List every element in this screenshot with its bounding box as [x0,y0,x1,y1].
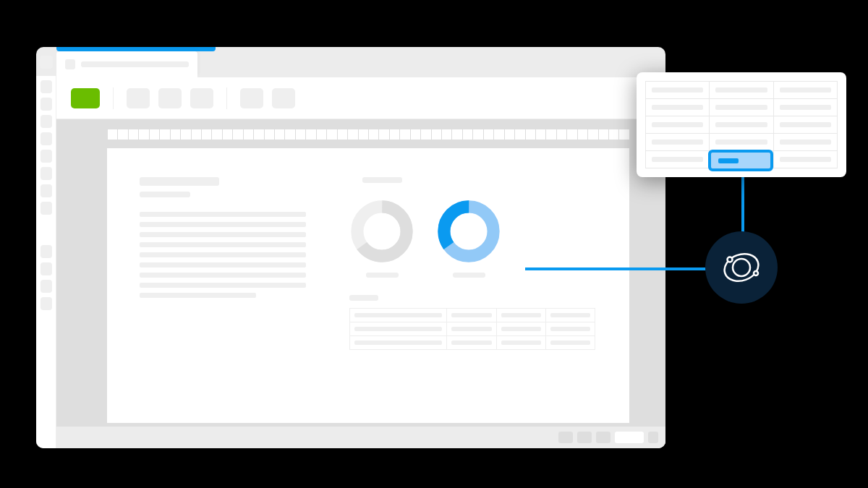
toolbar [56,77,665,119]
sidebar-tool-10[interactable] [41,262,52,275]
sidebar-tool-12[interactable] [41,297,52,310]
table-row [350,336,595,349]
table-row [646,99,838,116]
sidebar-tool-5[interactable] [41,150,52,163]
tab-title [81,61,189,67]
canvas-area [56,119,665,427]
svg-point-6 [728,257,733,262]
donut-chart-2[interactable] [436,199,501,264]
doc-table[interactable] [349,308,595,350]
charts-column [349,177,595,350]
table-row [646,116,838,134]
main-area [56,77,665,448]
zoom-arrow-icon[interactable] [648,432,658,443]
chart-1-label [366,273,399,278]
data-link-badge [705,231,778,304]
status-bar [56,427,665,448]
sidebar-tool-2[interactable] [41,98,52,111]
toolbar-divider [226,87,227,109]
table-row [646,82,838,99]
doc-paragraph [140,212,306,298]
status-view-3[interactable] [596,432,610,443]
chart-2-label [453,273,485,278]
donut-chart-1[interactable] [349,199,414,264]
zoom-control[interactable] [615,432,644,443]
document-page[interactable] [107,148,629,423]
tool-button-active[interactable] [71,88,100,108]
data-source-panel[interactable] [637,72,846,177]
toolbar-divider [113,87,114,109]
document-tab[interactable] [56,51,197,77]
sidebar-tool-9[interactable] [41,245,52,258]
table-row [350,309,595,322]
linked-cell-value [718,158,739,163]
doc-subtitle [140,192,190,197]
orbit-icon [720,246,763,289]
tool-button-3[interactable] [158,88,182,108]
app-window [36,47,665,448]
chart-group-1 [349,177,414,278]
text-column [140,177,306,298]
svg-point-5 [720,249,762,286]
svg-point-4 [733,259,750,276]
status-view-1[interactable] [558,432,573,443]
tool-button-6[interactable] [272,88,295,108]
sidebar-tool-3[interactable] [41,115,52,128]
svg-point-7 [754,271,758,275]
table-section-label [349,295,378,301]
sidebar-tool-6[interactable] [41,167,52,180]
status-view-2[interactable] [577,432,592,443]
app-menu-icon[interactable] [40,56,53,69]
sidebar [36,76,56,448]
table-row [350,322,595,336]
chart-1-title [362,177,402,183]
tool-button-2[interactable] [127,88,150,108]
chart-group-2 [436,177,501,278]
linked-cell-highlight[interactable] [708,150,773,171]
sidebar-tool-1[interactable] [41,80,52,93]
doc-title [140,177,219,186]
tab-doc-icon [65,59,75,69]
sidebar-tool-8[interactable] [41,202,52,215]
tool-button-4[interactable] [190,88,213,108]
horizontal-ruler [107,129,629,140]
link-line-horizontal [525,267,713,270]
table-row [646,134,838,151]
sidebar-tool-4[interactable] [41,132,52,145]
sidebar-tool-11[interactable] [41,280,52,293]
tool-button-5[interactable] [240,88,263,108]
sidebar-tool-7[interactable] [41,184,52,197]
